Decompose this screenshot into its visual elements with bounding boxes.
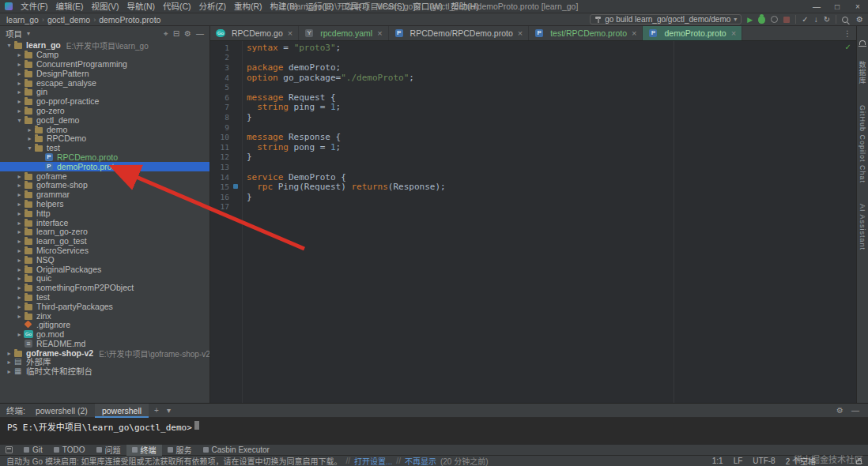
tree-arrow-icon[interactable]: ▸ [15,70,24,77]
terminal-tab[interactable]: powershell (2) [28,404,95,418]
maximize-button[interactable]: □ [827,0,847,13]
tree-item[interactable]: .gitignore [0,321,209,330]
locate-file-icon[interactable]: ⌖ [164,29,168,39]
code-line[interactable]: 7 string ping = 1; [210,103,856,113]
tree-item[interactable]: ▸DesignPattern [0,69,209,78]
tree-item[interactable]: ▸goframe-shop [0,181,209,190]
tree-item[interactable]: ▸go-pprof-practice [0,97,209,107]
tool-stripe-button[interactable]: AI Assistant [859,204,866,250]
notifications-bell-icon[interactable] [859,40,866,45]
tree-item[interactable]: ▸helpers [0,200,209,209]
tree-item[interactable]: ▾goctl_demo [0,115,209,125]
tree-arrow-icon[interactable]: ▸ [15,173,24,180]
editor-tab[interactable]: RPCDemo/RPCDemo.proto× [389,26,530,40]
tree-arrow-icon[interactable]: ▾ [15,117,24,124]
close-tab-icon[interactable]: × [518,28,523,38]
profiler-button[interactable] [771,16,778,23]
tree-arrow-icon[interactable]: ▸ [15,275,24,282]
status-segment[interactable]: LF [734,457,743,465]
tree-item[interactable]: ▸外部库 [0,358,209,367]
tree-arrow-icon[interactable]: ▸ [15,80,24,87]
tree-arrow-icon[interactable]: ▸ [15,331,24,338]
code-line[interactable]: 14service DemoProto { [210,172,856,182]
tree-arrow-icon[interactable]: ▸ [15,201,24,208]
stop-button[interactable] [783,17,790,23]
toolwindow-button[interactable]: TODO [48,445,91,456]
dismiss-link[interactable]: 不再显示 [405,455,436,466]
tree-item[interactable]: ▸临时文件和控制台 [0,367,209,377]
run-config-select[interactable]: go build learn_go/goctl_demo/demo ▾ [590,14,742,24]
editor-tab[interactable]: RPCDemo.go× [210,26,299,40]
tree-arrow-icon[interactable]: ▸ [15,220,24,227]
toolwindow-button[interactable]: 问题 [91,445,126,456]
tree-arrow-icon[interactable]: ▸ [15,294,24,301]
close-tab-icon[interactable]: × [731,28,736,38]
code-line[interactable]: 2 [210,53,856,63]
chevron-down-icon[interactable]: ▾ [27,30,30,37]
tree-item[interactable]: demoProto.proto [0,162,209,171]
new-terminal-icon[interactable]: + [152,406,161,415]
breadcrumb-item[interactable]: demoProto.proto [97,15,162,24]
panel-settings-icon[interactable]: ⚙ [184,29,191,38]
code-line[interactable]: 16} [210,192,856,202]
tree-item[interactable]: ▸goframe [0,171,209,181]
search-everywhere-icon[interactable] [842,17,848,23]
tree-item[interactable]: ▾learn_goE:\开发中项目\learn_go [0,41,209,51]
toolwindow-button[interactable]: Casbin Executor [198,445,275,456]
vcs-history-button[interactable]: ↻ [824,15,830,24]
menu-item[interactable]: 编辑(E) [51,0,87,13]
toolwindow-switcher-icon[interactable] [6,446,13,453]
tree-arrow-icon[interactable]: ▸ [15,51,24,58]
tree-arrow-icon[interactable]: ▸ [15,182,24,189]
terminal-settings-icon[interactable]: ⚙ [834,406,846,415]
tree-item[interactable]: ▸http [0,209,209,218]
code-line[interactable]: 17 [210,202,856,212]
project-panel-title[interactable]: 项目 [6,28,22,39]
tree-arrow-icon[interactable]: ▸ [15,210,24,217]
readonly-lock-icon[interactable] [856,460,862,464]
menu-item[interactable]: 导航(N) [123,0,159,13]
vcs-commit-button[interactable]: ✓ [802,15,808,24]
tree-item[interactable]: ▸interface [0,218,209,227]
tree-item[interactable]: ▾test [0,144,209,153]
tree-arrow-icon[interactable]: ▸ [25,126,34,133]
tree-arrow-icon[interactable]: ▸ [15,303,24,310]
code-line[interactable]: 8} [210,112,856,122]
tree-item[interactable]: ▸RPCDemo [0,134,209,144]
toolwindow-button[interactable]: 终端 [126,445,162,456]
tree-item[interactable]: ▸Third-partyPackages [0,302,209,311]
settings-icon[interactable]: ⚙ [856,15,863,24]
tree-item[interactable]: ▸zinx [0,311,209,321]
terminal-dropdown-icon[interactable]: ▾ [164,406,173,415]
hide-panel-icon[interactable]: — [196,29,204,38]
tree-arrow-icon[interactable]: ▸ [15,238,24,245]
terminal-hide-icon[interactable]: — [849,406,862,415]
code-line[interactable]: 4option go_package="./demoProto"; [210,73,856,83]
tree-arrow-icon[interactable]: ▸ [15,107,24,115]
tree-arrow-icon[interactable]: ▸ [15,257,24,264]
tree-item[interactable]: ▸go.mod [0,330,209,340]
tree-item[interactable]: ▸test [0,293,209,303]
tree-arrow-icon[interactable]: ▸ [5,368,13,375]
tree-item[interactable]: ▸grammar [0,190,209,200]
tree-arrow-icon[interactable]: ▸ [15,98,24,105]
code-line[interactable]: 12} [210,152,856,163]
tab-options-icon[interactable]: ⋮ [843,29,851,38]
code-line[interactable]: 15 rpc Ping(Request) returns(Response); [210,182,856,192]
code-line[interactable]: 11 string pong = 1; [210,142,856,152]
tree-item[interactable]: ▸demo [0,125,209,134]
tree-arrow-icon[interactable]: ▸ [15,228,24,235]
code-line[interactable]: 6message Request { [210,92,856,103]
menu-item[interactable]: 重构(R) [230,0,266,13]
close-tab-icon[interactable]: × [377,28,382,38]
tree-item[interactable]: ▸Camp [0,51,209,60]
tree-item[interactable]: ▸goframe-shop-v2E:\开发中项目\goframe-shop-v2 [0,348,209,358]
collapse-all-icon[interactable]: ⊟ [173,29,179,38]
toolwindow-button[interactable]: 服务 [162,445,198,456]
menu-item[interactable]: 文件(F) [17,0,51,13]
tree-arrow-icon[interactable]: ▸ [15,88,24,96]
tree-item[interactable]: RPCDemo.proto [0,153,209,163]
tree-arrow-icon[interactable]: ▸ [15,284,24,291]
tree-arrow-icon[interactable]: ▸ [15,191,24,198]
code-line[interactable]: 5 [210,82,856,92]
